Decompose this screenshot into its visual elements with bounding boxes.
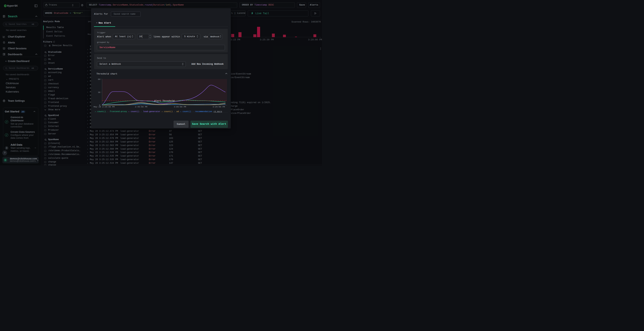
- svg-text:2:45:00 PM: 2:45:00 PM: [135, 106, 147, 108]
- svg-text:3:05:00 PM: 3:05:00 PM: [174, 106, 186, 108]
- svg-text:30: 30: [98, 91, 100, 93]
- svg-text:60: 60: [98, 78, 100, 80]
- svg-text:Alert Threshold: Alert Threshold: [154, 100, 174, 102]
- svg-text:May 28 2:25:00 PM: May 28 2:25:00 PM: [94, 106, 114, 108]
- svg-text:3:25:00 PM: 3:25:00 PM: [212, 106, 225, 108]
